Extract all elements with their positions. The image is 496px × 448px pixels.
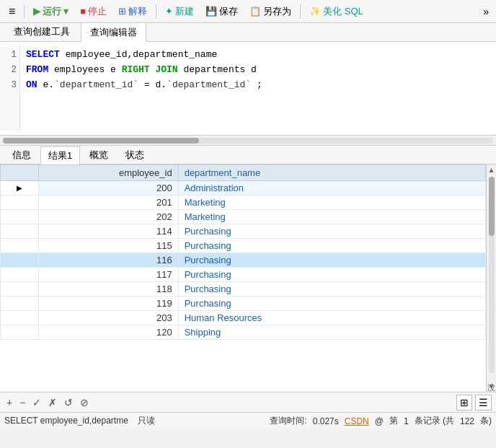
right-side-label: 没 xyxy=(486,374,496,381)
expand-icon[interactable]: » xyxy=(480,4,492,19)
table-row[interactable]: 202Marketing xyxy=(1,210,486,224)
new-icon: ✦ xyxy=(165,6,173,17)
code-content[interactable]: SELECT employee_id,department_name FROM … xyxy=(20,46,496,131)
stop-label: 停止 xyxy=(88,5,107,18)
keyword-select: SELECT xyxy=(26,49,60,60)
hscroll-track[interactable] xyxy=(3,138,493,144)
page-num: 1 xyxy=(404,416,409,426)
cell-department-name: Purchasing xyxy=(178,282,485,297)
row-arrow-cell xyxy=(1,224,39,239)
csdn-link[interactable]: CSDN xyxy=(345,416,369,426)
save-icon: 💾 xyxy=(205,6,217,17)
save-as-label: 另存为 xyxy=(263,5,291,18)
new-button[interactable]: ✦ 新建 xyxy=(161,4,198,19)
table-row[interactable]: ▶200Administration xyxy=(1,181,486,196)
results-table: employee_id department_name ▶200Administ… xyxy=(0,164,486,340)
status-at: @ xyxy=(375,416,384,426)
result-tab-overview[interactable]: 概览 xyxy=(81,146,116,164)
cell-employee-id: 116 xyxy=(39,253,178,268)
scrollbar-track[interactable] xyxy=(489,177,495,373)
table-row[interactable]: 120Shipping xyxy=(1,325,486,340)
row-arrow-cell: ▶ xyxy=(1,181,39,196)
cell-department-name: Purchasing xyxy=(178,253,485,268)
query-time-value: 0.027s xyxy=(313,416,339,426)
cell-employee-id: 119 xyxy=(39,297,178,311)
explain-button[interactable]: ⊞ 解释 xyxy=(114,4,151,19)
table-row[interactable]: 118Purchasing xyxy=(1,282,486,297)
cell-employee-id: 203 xyxy=(39,311,178,325)
run-button[interactable]: ▶ 运行 ▾ xyxy=(29,4,73,19)
table-row[interactable]: 203Human Resources xyxy=(1,311,486,325)
cell-department-name: Purchasing xyxy=(178,239,485,253)
refresh-button[interactable]: ↺ xyxy=(62,395,75,410)
row-arrow-cell xyxy=(1,196,39,210)
code-text-6: ; xyxy=(257,79,262,90)
run-icon: ▶ xyxy=(33,6,40,17)
scrollbar-thumb[interactable] xyxy=(489,177,495,236)
save-as-button[interactable]: 📋 另存为 xyxy=(245,4,296,19)
page-label: 第 xyxy=(389,415,398,427)
table-row[interactable]: 201Marketing xyxy=(1,196,486,210)
confirm-button[interactable]: ✓ xyxy=(30,395,43,410)
status-left: SELECT employee_id,departme 只读 xyxy=(4,415,270,427)
main-toolbar: ≡ ▶ 运行 ▾ ■ 停止 ⊞ 解释 ✦ 新建 💾 保存 📋 另存为 ✨ 美化 … xyxy=(0,0,496,23)
run-dropdown-icon[interactable]: ▾ xyxy=(63,6,68,17)
header-arrow-cell xyxy=(1,165,39,181)
beautify-icon: ✨ xyxy=(309,6,321,17)
horizontal-scrollbar[interactable] xyxy=(0,136,496,146)
cell-department-name: Purchasing xyxy=(178,297,485,311)
hscroll-thumb[interactable] xyxy=(3,138,199,144)
tab-query-builder[interactable]: 查询创建工具 xyxy=(4,22,79,41)
cell-department-name: Purchasing xyxy=(178,268,485,282)
code-line-2: FROM employees e RIGHT JOIN departments … xyxy=(26,63,490,78)
sql-editor[interactable]: 1 2 3 SELECT employee_id,department_name… xyxy=(0,42,496,136)
result-tab-result1[interactable]: 结果1 xyxy=(40,146,80,164)
main-content: 查询创建工具 查询编辑器 1 2 3 SELECT employee_id,de… xyxy=(0,23,496,429)
stop-edit-button[interactable]: ⊘ xyxy=(78,395,91,410)
total-suffix: 条) xyxy=(480,415,492,427)
cell-employee-id: 201 xyxy=(39,196,178,210)
explain-icon: ⊞ xyxy=(118,6,126,17)
cell-employee-id: 202 xyxy=(39,210,178,224)
right-scrollbar[interactable]: ▲ 没 ▼ xyxy=(486,164,496,392)
table-row[interactable]: 117Purchasing xyxy=(1,268,486,282)
result-tab-status[interactable]: 状态 xyxy=(118,146,152,164)
tab-query-editor[interactable]: 查询编辑器 xyxy=(81,22,146,42)
grid-list-button[interactable]: ☰ xyxy=(475,395,492,410)
grid-table-button[interactable]: ⊞ xyxy=(456,395,472,410)
beautify-label: 美化 SQL xyxy=(323,5,363,18)
row-arrow-cell xyxy=(1,325,39,340)
stop-button[interactable]: ■ 停止 xyxy=(76,4,111,19)
bottom-toolbar: + − ✓ ✗ ↺ ⊘ ⊞ ☰ xyxy=(0,392,496,412)
code-line-3: ON e.`department_id` = d.`department_id`… xyxy=(26,78,490,93)
grid-view-icons: ⊞ ☰ xyxy=(456,395,492,410)
scroll-up-arrow[interactable]: ▲ xyxy=(487,164,496,175)
row-arrow-cell xyxy=(1,297,39,311)
tab-bar: 查询创建工具 查询编辑器 xyxy=(0,23,496,42)
save-as-icon: 📋 xyxy=(249,6,261,17)
table-row[interactable]: 119Purchasing xyxy=(1,297,486,311)
cell-employee-id: 118 xyxy=(39,282,178,297)
code-text-1: employee_id,department_name xyxy=(66,49,218,60)
cell-employee-id: 200 xyxy=(39,181,178,196)
result-tab-info[interactable]: 信息 xyxy=(4,146,39,164)
status-sql-text: SELECT employee_id,departme xyxy=(4,416,128,426)
save-label: 保存 xyxy=(219,5,238,18)
add-row-button[interactable]: + xyxy=(4,395,14,410)
table-row[interactable]: 115Purchasing xyxy=(1,239,486,253)
cell-department-name: Human Resources xyxy=(178,311,485,325)
hamburger-icon[interactable]: ≡ xyxy=(4,4,19,19)
beautify-button[interactable]: ✨ 美化 SQL xyxy=(305,4,368,19)
cancel-button[interactable]: ✗ xyxy=(46,395,59,410)
delete-row-button[interactable]: − xyxy=(17,395,27,410)
cell-department-name: Purchasing xyxy=(178,224,485,239)
table-row[interactable]: 114Purchasing xyxy=(1,224,486,239)
cell-employee-id: 120 xyxy=(39,325,178,340)
table-row[interactable]: 116Purchasing xyxy=(1,253,486,268)
header-department-name[interactable]: department_name xyxy=(178,165,485,181)
cell-department-name: Marketing xyxy=(178,210,485,224)
save-button[interactable]: 💾 保存 xyxy=(201,4,242,19)
scroll-down-arrow[interactable]: ▼ xyxy=(487,381,496,392)
header-employee-id[interactable]: employee_id xyxy=(39,165,178,181)
code-text-3: departments d xyxy=(183,64,256,75)
